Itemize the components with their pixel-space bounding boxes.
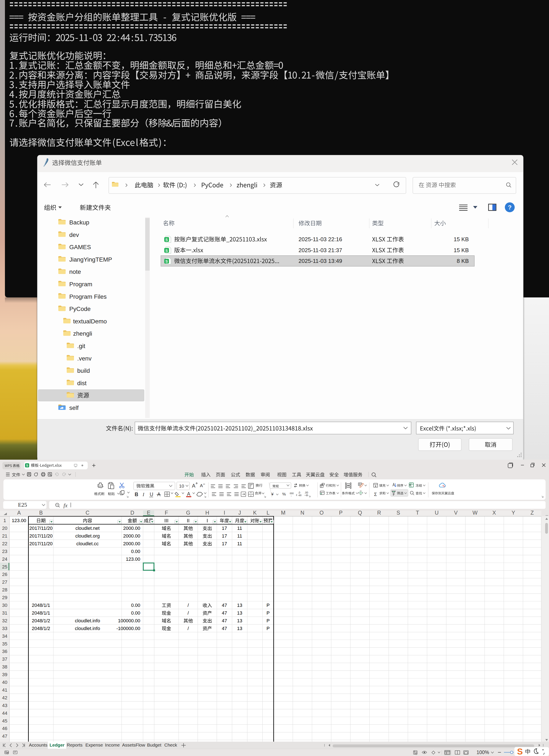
svg-text:Accounts: Accounts bbox=[29, 742, 47, 747]
svg-text:textualDemo: textualDemo bbox=[73, 318, 107, 325]
svg-text:Income: Income bbox=[105, 742, 120, 747]
svg-text:22: 22 bbox=[2, 541, 7, 546]
svg-text:11: 11 bbox=[237, 541, 242, 546]
svg-text:F: F bbox=[165, 510, 168, 516]
svg-text:23: 23 bbox=[2, 549, 7, 554]
svg-text:40: 40 bbox=[2, 680, 7, 685]
svg-text:AssetsFlow: AssetsFlow bbox=[122, 742, 145, 747]
svg-text:27: 27 bbox=[2, 579, 7, 585]
svg-text:44: 44 bbox=[2, 711, 7, 716]
svg-text:T: T bbox=[416, 510, 419, 516]
svg-text:note: note bbox=[69, 268, 81, 275]
svg-text:cloudlet.net: cloudlet.net bbox=[76, 526, 100, 531]
svg-text:Σ: Σ bbox=[374, 492, 377, 497]
svg-text:15 KB: 15 KB bbox=[454, 236, 469, 242]
svg-text:Reports: Reports bbox=[67, 742, 83, 747]
svg-text:24: 24 bbox=[2, 556, 7, 562]
svg-text:I: I bbox=[142, 492, 145, 497]
svg-text:cloudlet.org: cloudlet.org bbox=[75, 533, 100, 539]
svg-text:2025-11-03 22:16: 2025-11-03 22:16 bbox=[298, 236, 342, 242]
svg-text:self: self bbox=[69, 405, 79, 411]
svg-text:Z: Z bbox=[531, 510, 534, 516]
svg-text:Program: Program bbox=[69, 281, 92, 288]
svg-text:S: S bbox=[26, 464, 28, 467]
svg-text:K: K bbox=[253, 510, 257, 516]
svg-text:S: S bbox=[165, 249, 168, 253]
svg-text:100%: 100% bbox=[476, 750, 489, 755]
svg-text:/: / bbox=[188, 603, 189, 608]
svg-text:20: 20 bbox=[2, 526, 7, 531]
svg-text:43: 43 bbox=[2, 703, 7, 708]
svg-text:Program Files: Program Files bbox=[69, 293, 107, 300]
svg-text:41: 41 bbox=[2, 687, 7, 693]
svg-text:13: 13 bbox=[237, 610, 242, 616]
svg-text:.0: .0 bbox=[306, 494, 308, 497]
svg-text:13: 13 bbox=[237, 618, 242, 623]
svg-text:O: O bbox=[319, 510, 323, 516]
svg-text:13: 13 bbox=[237, 603, 242, 608]
svg-text:2017/11/20: 2017/11/20 bbox=[29, 533, 53, 539]
svg-text:C: C bbox=[86, 510, 89, 516]
svg-text:2048/1/2: 2048/1/2 bbox=[32, 626, 50, 631]
svg-text:.00: .00 bbox=[304, 491, 308, 494]
svg-text:47: 47 bbox=[222, 603, 227, 608]
svg-text:A: A bbox=[187, 491, 191, 497]
svg-text:39: 39 bbox=[2, 672, 7, 677]
svg-text:33: 33 bbox=[2, 626, 7, 631]
svg-text:31: 31 bbox=[2, 610, 7, 616]
svg-text:cloudlet.info: cloudlet.info bbox=[75, 626, 100, 631]
svg-text:000: 000 bbox=[290, 492, 293, 495]
svg-text:S: S bbox=[165, 259, 168, 264]
svg-text:build: build bbox=[77, 367, 90, 374]
svg-text:1: 1 bbox=[3, 518, 6, 523]
svg-text:42: 42 bbox=[2, 695, 7, 700]
svg-text:dev: dev bbox=[69, 232, 79, 238]
svg-text:123.00: 123.00 bbox=[126, 556, 140, 562]
svg-text:cloudlet.cc: cloudlet.cc bbox=[76, 541, 99, 546]
svg-text:35: 35 bbox=[2, 641, 7, 647]
svg-text:Backup: Backup bbox=[69, 219, 89, 226]
svg-text:.0: .0 bbox=[298, 491, 300, 494]
svg-text:25: 25 bbox=[2, 564, 7, 570]
svg-text:13: 13 bbox=[237, 626, 242, 631]
svg-text:26: 26 bbox=[2, 572, 7, 577]
svg-text:17: 17 bbox=[222, 526, 227, 531]
svg-text:38: 38 bbox=[2, 664, 7, 670]
svg-text:dist: dist bbox=[77, 380, 87, 386]
svg-text:2000.00: 2000.00 bbox=[123, 541, 140, 546]
svg-text:2025-11-03 21:37: 2025-11-03 21:37 bbox=[298, 247, 342, 253]
svg-text:fx: fx bbox=[64, 502, 68, 509]
svg-text:17: 17 bbox=[222, 541, 227, 546]
svg-text:E25: E25 bbox=[18, 502, 27, 508]
svg-text:46: 46 bbox=[2, 726, 7, 731]
svg-text:15 KB: 15 KB bbox=[454, 247, 469, 253]
svg-text:30: 30 bbox=[2, 603, 7, 608]
svg-text:0.00: 0.00 bbox=[131, 610, 140, 616]
svg-text:N: N bbox=[300, 510, 304, 516]
svg-text:47: 47 bbox=[222, 618, 227, 623]
svg-text:?: ? bbox=[508, 204, 511, 211]
svg-text:2017/11/20: 2017/11/20 bbox=[29, 541, 53, 546]
svg-text:-100000.00: -100000.00 bbox=[117, 626, 140, 631]
svg-text:Check: Check bbox=[164, 742, 177, 747]
svg-text:W: W bbox=[472, 510, 478, 516]
svg-text:21: 21 bbox=[2, 533, 7, 539]
svg-text:A: A bbox=[17, 510, 21, 516]
svg-text:D: D bbox=[130, 510, 134, 516]
svg-text:0.00: 0.00 bbox=[131, 549, 140, 554]
svg-text:H: H bbox=[205, 510, 209, 516]
svg-text:Y: Y bbox=[512, 510, 515, 516]
svg-text:P: P bbox=[267, 603, 270, 608]
svg-text:37: 37 bbox=[2, 656, 7, 662]
svg-text:B: B bbox=[135, 492, 138, 497]
svg-text:36: 36 bbox=[2, 649, 7, 654]
svg-text:.venv: .venv bbox=[77, 355, 92, 362]
svg-text:S: S bbox=[165, 238, 168, 242]
svg-text:R: R bbox=[377, 510, 381, 516]
svg-text:S: S bbox=[396, 510, 400, 516]
svg-text:2048/1/1: 2048/1/1 bbox=[32, 603, 50, 608]
svg-text:28: 28 bbox=[2, 587, 7, 592]
svg-text:2048/1/2: 2048/1/2 bbox=[32, 618, 50, 623]
svg-text:U: U bbox=[150, 492, 153, 497]
svg-text:0.00: 0.00 bbox=[131, 603, 140, 608]
